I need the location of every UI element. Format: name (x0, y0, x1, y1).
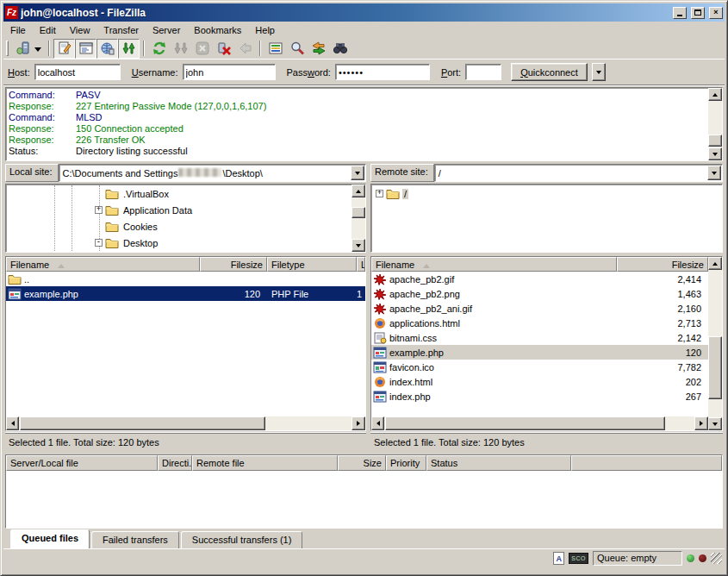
tab-queued-files[interactable]: Queued files (10, 529, 90, 548)
process-queue-button[interactable] (170, 39, 191, 59)
file-row[interactable]: apache_pb2_ani.gif 2,160 (371, 301, 708, 316)
toggle-local-tree-button[interactable] (75, 39, 96, 59)
column-header-remote-file[interactable]: Remote file (192, 455, 338, 471)
local-site-combobox[interactable]: C:\Documents and Settings\Desktop\ (59, 164, 366, 182)
scroll-up-arrow[interactable] (352, 185, 365, 197)
column-header-filename[interactable]: Filename (6, 257, 200, 272)
local-tree-scrollbar[interactable] (352, 185, 365, 252)
toggle-transfer-queue-button[interactable] (118, 39, 140, 59)
column-header-direction[interactable]: Directi... (158, 455, 192, 471)
scrollbar-thumb[interactable] (385, 416, 665, 430)
reconnect-button[interactable] (234, 39, 256, 59)
host-label: Host: (8, 67, 30, 78)
local-status-text: Selected 1 file. Total size: 120 bytes (5, 433, 366, 450)
scroll-right-arrow[interactable] (352, 416, 365, 430)
column-header-filesize[interactable]: Filesize (617, 257, 708, 272)
password-label: Password: (287, 67, 331, 78)
menu-view[interactable]: View (63, 23, 97, 37)
file-row[interactable]: apache_pb2.gif 2,414 (371, 272, 708, 286)
column-header-size[interactable]: Size (338, 455, 386, 471)
column-header-server-local-file[interactable]: Server/Local file (6, 455, 158, 471)
disconnect-button[interactable] (213, 39, 234, 59)
scroll-down-arrow[interactable] (708, 147, 722, 160)
file-row[interactable]: apache_pb2.png 1,463 (371, 286, 708, 301)
scrollbar-thumb[interactable] (708, 336, 722, 398)
maximize-button[interactable] (691, 7, 705, 19)
transfer-queue: Server/Local file Directi... Remote file… (5, 454, 723, 529)
host-input[interactable] (34, 64, 121, 80)
port-input[interactable] (465, 64, 501, 80)
tab-successful-transfers[interactable]: Successful transfers (1) (181, 531, 303, 548)
expand-icon[interactable]: + (376, 190, 383, 197)
tree-item-cookies[interactable]: Cookies (7, 218, 351, 235)
menu-help[interactable]: Help (248, 23, 282, 37)
cancel-operation-button[interactable] (191, 39, 213, 59)
column-header-filetype[interactable]: Filetype (267, 257, 357, 272)
local-site-dropdown-button[interactable] (351, 166, 364, 180)
column-header-last-modified[interactable]: L (357, 257, 365, 272)
file-row[interactable]: applications.html 2,713 (371, 316, 708, 330)
file-row-example-php[interactable]: example.php 120 (371, 345, 708, 360)
quickconnect-button[interactable]: Quickconnect (511, 63, 588, 81)
file-row-example-php[interactable]: example.php 120 PHP File 1 (6, 286, 365, 301)
remote-directory-tree: + / (370, 184, 723, 253)
collapse-icon[interactable]: - (95, 239, 103, 247)
minimize-button[interactable] (673, 7, 687, 19)
menu-edit[interactable]: Edit (33, 23, 63, 37)
menu-file[interactable]: File (3, 23, 33, 37)
scroll-up-arrow[interactable] (708, 88, 722, 101)
scroll-right-arrow[interactable] (694, 416, 708, 430)
quickconnect-dropdown-button[interactable] (592, 63, 606, 81)
file-row[interactable]: bitnami.css 2,142 (371, 330, 708, 345)
remote-site-dropdown-button[interactable] (707, 166, 721, 180)
tree-item-root[interactable]: + / (372, 185, 707, 202)
file-row[interactable]: favicon.ico 7,782 (371, 360, 708, 374)
toolbar-grip[interactable] (6, 41, 9, 56)
file-search-button[interactable] (329, 39, 351, 59)
scroll-down-arrow[interactable] (708, 417, 722, 430)
column-header-filename[interactable]: Filename (371, 257, 617, 272)
toggle-remote-tree-button[interactable] (96, 39, 118, 59)
tree-item-virtualbox[interactable]: .VirtualBox (7, 185, 351, 202)
php-file-icon (373, 347, 387, 359)
directory-comparison-button[interactable] (286, 39, 308, 59)
scrollbar-thumb[interactable] (708, 135, 722, 147)
queue-rows (6, 471, 722, 528)
log-vertical-scrollbar[interactable] (708, 88, 722, 160)
remote-list-scrollbar[interactable] (708, 257, 722, 430)
site-manager-button[interactable] (12, 39, 34, 59)
file-row[interactable]: index.php 267 (371, 389, 708, 404)
file-row[interactable]: index.html 202 (371, 374, 708, 389)
tree-item-application-data[interactable]: + Application Data (7, 202, 351, 218)
tree-item-desktop[interactable]: - Desktop (7, 235, 351, 251)
local-directory-tree: .VirtualBox + Application Data Cookies - (5, 184, 366, 253)
column-header-filesize[interactable]: Filesize (200, 257, 267, 272)
chevron-down-icon (596, 71, 601, 77)
scrollbar-thumb[interactable] (352, 207, 365, 218)
tab-failed-transfers[interactable]: Failed transfers (91, 531, 179, 548)
menu-transfer[interactable]: Transfer (96, 23, 146, 37)
scroll-down-arrow[interactable] (352, 239, 365, 252)
expand-icon[interactable]: + (95, 206, 103, 214)
local-horizontal-scrollbar[interactable] (6, 416, 365, 430)
password-input[interactable] (335, 64, 430, 80)
username-input[interactable] (183, 64, 276, 80)
remote-site-combobox[interactable]: / (434, 164, 723, 182)
resize-grip[interactable] (711, 553, 722, 564)
scroll-up-arrow[interactable] (708, 257, 722, 270)
filters-button[interactable] (264, 39, 286, 59)
scrollbar-thumb[interactable] (20, 416, 265, 430)
file-row-parent-dir[interactable]: .. (6, 272, 365, 286)
scroll-left-arrow[interactable] (371, 416, 384, 430)
refresh-button[interactable] (148, 39, 170, 59)
toggle-message-log-button[interactable] (53, 39, 75, 59)
menu-bookmarks[interactable]: Bookmarks (187, 23, 248, 37)
scroll-left-arrow[interactable] (6, 416, 19, 430)
column-header-priority[interactable]: Priority (386, 455, 426, 471)
menu-server[interactable]: Server (146, 23, 187, 37)
synchronized-browsing-button[interactable] (308, 39, 329, 59)
site-manager-dropdown-button[interactable] (34, 39, 45, 59)
close-button[interactable]: × (709, 7, 723, 19)
remote-horizontal-scrollbar[interactable] (371, 416, 708, 430)
column-header-status[interactable]: Status (426, 455, 571, 471)
